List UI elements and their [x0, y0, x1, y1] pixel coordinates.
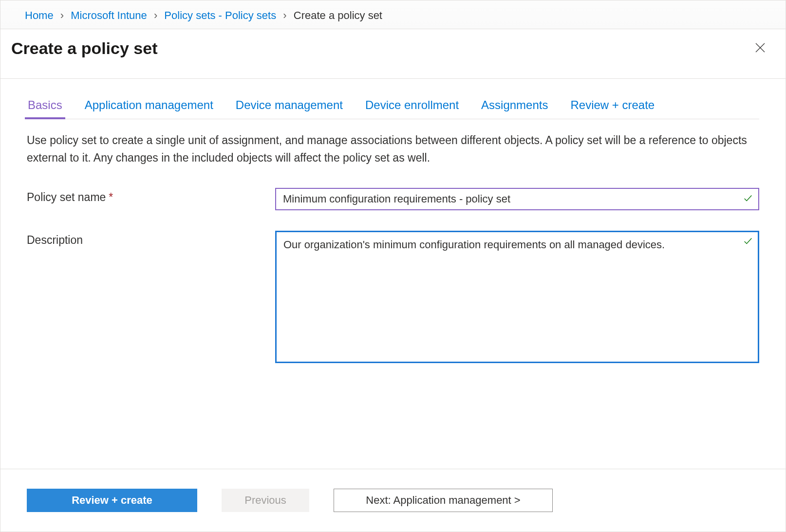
description-textarea[interactable] [275, 231, 759, 363]
tabs-bar: Basics Application management Device man… [27, 93, 759, 119]
breadcrumb-current: Create a policy set [294, 9, 382, 21]
policy-set-name-label: Policy set name* [27, 188, 275, 204]
previous-button: Previous [222, 489, 309, 512]
chevron-right-icon: › [60, 9, 64, 22]
tab-application-management[interactable]: Application management [84, 93, 214, 119]
close-button[interactable] [751, 39, 769, 56]
breadcrumb: Home › Microsoft Intune › Policy sets - … [0, 0, 786, 29]
next-button[interactable]: Next: Application management > [334, 489, 553, 512]
chevron-right-icon: › [283, 9, 286, 22]
chevron-right-icon: › [154, 9, 157, 22]
description-label: Description [27, 231, 275, 247]
required-asterisk: * [109, 191, 113, 203]
breadcrumb-intune[interactable]: Microsoft Intune [71, 9, 147, 21]
intro-paragraph: Use policy set to create a single unit o… [27, 132, 748, 166]
review-create-button[interactable]: Review + create [27, 489, 197, 512]
breadcrumb-policy-sets[interactable]: Policy sets - Policy sets [164, 9, 276, 21]
page-title: Create a policy set [11, 39, 157, 58]
tab-device-management[interactable]: Device management [235, 93, 344, 119]
tab-device-enrollment[interactable]: Device enrollment [364, 93, 460, 119]
tab-review-create[interactable]: Review + create [569, 93, 655, 119]
close-icon [754, 42, 766, 54]
breadcrumb-home[interactable]: Home [25, 9, 54, 21]
tab-basics[interactable]: Basics [27, 93, 63, 119]
wizard-footer: Review + create Previous Next: Applicati… [0, 469, 786, 532]
tab-assignments[interactable]: Assignments [480, 93, 549, 119]
policy-set-name-input[interactable] [275, 188, 759, 210]
